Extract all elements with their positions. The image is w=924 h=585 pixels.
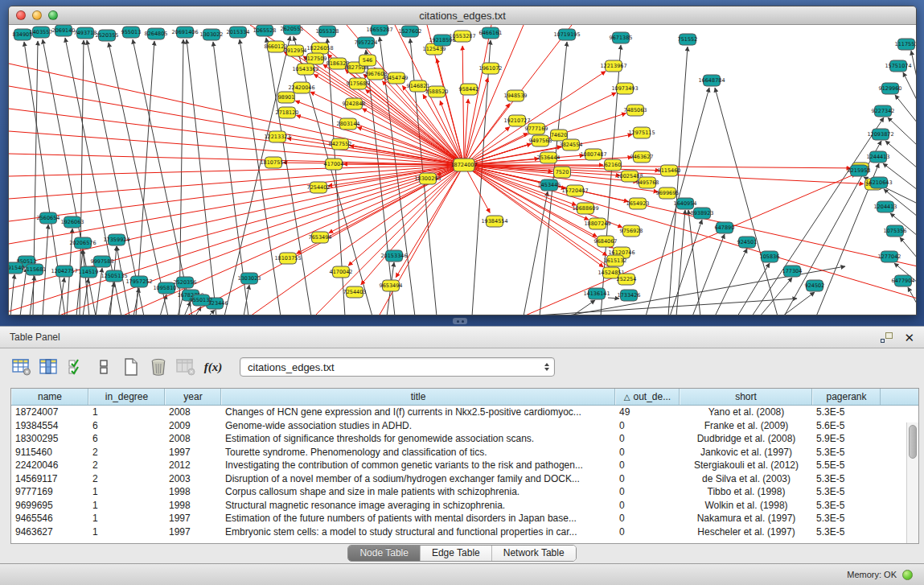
teal-node[interactable]: 1733426 bbox=[618, 290, 641, 301]
teal-node[interactable]: 955013 bbox=[121, 27, 142, 38]
yellow-node[interactable]: 9699695 bbox=[656, 187, 680, 199]
teal-node[interactable]: 1453445 bbox=[538, 179, 561, 191]
yellow-node[interactable]: 18724007 bbox=[450, 159, 477, 171]
table-row[interactable]: 946554611997Estimation of the future num… bbox=[11, 512, 918, 525]
teal-node[interactable]: 1244413 bbox=[867, 151, 890, 163]
teal-node[interactable]: 7493718 bbox=[74, 27, 97, 39]
teal-node[interactable]: 9129960 bbox=[879, 83, 902, 94]
teal-node[interactable]: 2015334 bbox=[227, 27, 250, 38]
table-row[interactable]: 1830029562008Estimation of significance … bbox=[11, 432, 918, 446]
minimize-window-button[interactable] bbox=[32, 10, 42, 20]
yellow-node[interactable]: 18226058 bbox=[306, 43, 333, 54]
table-row[interactable]: 2242004622012Investigating the contribut… bbox=[11, 459, 918, 472]
teal-node[interactable]: 1403557 bbox=[30, 27, 53, 38]
teal-node[interactable]: 17957252 bbox=[125, 276, 152, 287]
teal-node[interactable]: 9550132 bbox=[190, 295, 213, 306]
teal-node[interactable]: 1640954 bbox=[674, 198, 697, 209]
yellow-node[interactable]: 19210727 bbox=[503, 115, 530, 126]
teal-node[interactable]: 2069140 bbox=[52, 25, 76, 36]
yellow-node[interactable]: 9127509 bbox=[304, 53, 327, 64]
yellow-node[interactable]: 1588520 bbox=[425, 86, 449, 97]
teal-node[interactable]: 6466161 bbox=[479, 27, 503, 39]
yellow-node[interactable]: 4170042 bbox=[330, 266, 353, 278]
column-header-in_degree[interactable]: in_degree bbox=[88, 389, 165, 405]
teal-node[interactable]: 2620551 bbox=[281, 25, 304, 35]
close-window-button[interactable] bbox=[16, 10, 26, 20]
yellow-node[interactable]: 18103755 bbox=[274, 253, 301, 264]
yellow-node[interactable]: 417004 bbox=[324, 159, 344, 170]
new-table-button[interactable] bbox=[119, 354, 143, 380]
teal-node[interactable]: 15751074 bbox=[885, 60, 911, 72]
table-row[interactable]: 1872400712008Changes of HCN gene express… bbox=[11, 406, 918, 419]
teal-node[interactable]: 9227342 bbox=[872, 105, 895, 117]
teal-node[interactable]: 105836 bbox=[760, 251, 780, 262]
yellow-node[interactable]: 9756928 bbox=[620, 225, 643, 237]
yellow-node[interactable]: 1654923 bbox=[626, 198, 650, 209]
yellow-node[interactable]: 9463627 bbox=[630, 151, 654, 163]
yellow-node[interactable]: 19384554 bbox=[481, 216, 507, 227]
table-row[interactable]: 946362711997Embryonic stem cells: a mode… bbox=[11, 525, 918, 539]
yellow-node[interactable]: 2718120 bbox=[276, 107, 299, 118]
yellow-node[interactable]: 8427552 bbox=[329, 138, 352, 150]
teal-node[interactable]: 8215958 bbox=[848, 165, 871, 176]
table-row[interactable]: 911546021997Tourette syndrome. Phenomeno… bbox=[11, 446, 918, 459]
yellow-node[interactable]: 2536444 bbox=[537, 152, 561, 163]
yellow-node[interactable]: 8912954 bbox=[284, 45, 307, 56]
teal-node[interactable]: 1115681 bbox=[23, 264, 47, 275]
teal-node[interactable]: 6477904 bbox=[892, 275, 915, 286]
scrollbar-thumb[interactable] bbox=[909, 425, 917, 459]
teal-node[interactable]: 647890 bbox=[715, 222, 735, 233]
close-panel-icon[interactable]: ✕ bbox=[904, 332, 914, 344]
column-header-out_de[interactable]: △out_de... bbox=[615, 389, 680, 405]
column-header-name[interactable]: name bbox=[11, 389, 88, 405]
column-header-pagerank[interactable]: pagerank bbox=[812, 389, 881, 405]
zoom-window-button[interactable] bbox=[48, 10, 58, 20]
delete-values-button[interactable] bbox=[146, 354, 170, 380]
yellow-node[interactable]: 3824554 bbox=[560, 139, 583, 150]
teal-node[interactable]: 1303022 bbox=[200, 29, 224, 40]
yellow-node[interactable]: 958442 bbox=[459, 84, 479, 95]
yellow-node[interactable]: 252254 bbox=[617, 274, 637, 285]
teal-node[interactable]: 2520356 bbox=[174, 277, 197, 288]
teal-node[interactable]: 17359924 bbox=[103, 234, 129, 245]
teal-node[interactable]: 1527602 bbox=[399, 26, 422, 37]
teal-node[interactable]: 8264805 bbox=[145, 28, 168, 39]
yellow-node[interactable]: 9777169 bbox=[525, 123, 548, 134]
teal-node[interactable]: 391540 bbox=[9, 262, 24, 274]
column-header-short[interactable]: short bbox=[680, 389, 812, 405]
yellow-node[interactable]: 1948539 bbox=[504, 90, 528, 101]
teal-node[interactable]: 8938923 bbox=[691, 208, 714, 219]
yellow-node[interactable]: 2803144 bbox=[337, 118, 360, 130]
citation-network-graph[interactable]: 8660123891295418226058912750910543362818… bbox=[9, 25, 917, 315]
yellow-node[interactable]: 7520 bbox=[554, 167, 571, 178]
teal-node[interactable]: 924502 bbox=[805, 280, 825, 291]
split-pane-grip[interactable] bbox=[453, 318, 467, 324]
yellow-node[interactable]: 10688609 bbox=[572, 203, 598, 214]
vertical-scrollbar[interactable] bbox=[906, 422, 918, 543]
yellow-node[interactable]: 1961072 bbox=[479, 63, 503, 74]
yellow-node[interactable]: 9242848 bbox=[343, 98, 366, 109]
yellow-node[interactable]: 98901 bbox=[278, 92, 295, 103]
teal-node[interactable]: 2520355 bbox=[96, 30, 119, 41]
table-row[interactable]: 1456911722003Disruption of a novel membe… bbox=[11, 472, 918, 486]
yellow-node[interactable]: 9495768 bbox=[636, 177, 659, 188]
row-height-button[interactable] bbox=[92, 354, 116, 380]
teal-node[interactable]: 2560654 bbox=[37, 212, 60, 224]
tab-edge-table[interactable]: Edge Table bbox=[421, 546, 492, 561]
yellow-node[interactable]: 7653494 bbox=[309, 232, 332, 243]
teal-node[interactable]: 1204413 bbox=[874, 201, 897, 212]
yellow-node[interactable]: 7254403 bbox=[343, 286, 367, 298]
teal-node[interactable]: 10719195 bbox=[553, 29, 580, 40]
teal-node[interactable]: 1055328 bbox=[316, 26, 339, 37]
teal-node[interactable]: 20206576 bbox=[69, 237, 96, 249]
teal-node[interactable]: 1075356 bbox=[884, 225, 907, 237]
float-panel-icon[interactable] bbox=[881, 332, 893, 343]
delete-table-button[interactable] bbox=[174, 354, 198, 380]
function-builder-button[interactable]: f(x) bbox=[201, 354, 225, 380]
yellow-node[interactable]: 9175685 bbox=[347, 78, 370, 89]
teal-node[interactable]: 1065528 bbox=[253, 25, 277, 36]
yellow-node[interactable]: 62160 bbox=[605, 159, 622, 171]
yellow-node[interactable]: 12213967 bbox=[600, 60, 626, 72]
teal-node[interactable]: 9671385 bbox=[610, 32, 633, 43]
column-header-title[interactable]: title bbox=[221, 389, 615, 405]
